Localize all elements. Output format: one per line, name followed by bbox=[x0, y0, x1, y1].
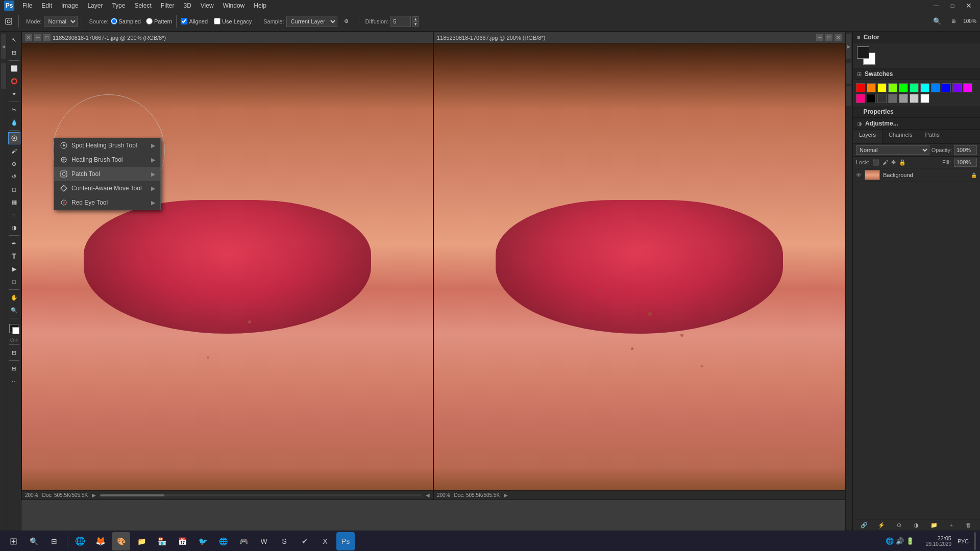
swatch-lightgray[interactable] bbox=[910, 94, 919, 103]
minimize-btn[interactable]: ─ bbox=[929, 0, 943, 13]
taskbar-language[interactable]: РУС bbox=[958, 538, 969, 544]
zoom-btn[interactable]: 100% bbox=[963, 14, 977, 29]
right-strip-btn[interactable]: ▶ bbox=[846, 34, 851, 59]
swatch-orange[interactable] bbox=[867, 83, 876, 92]
menu-window[interactable]: Window bbox=[219, 1, 249, 10]
delete-layer-btn[interactable]: 🗑 bbox=[961, 520, 977, 530]
opacity-input[interactable] bbox=[954, 145, 977, 155]
taskbar-ps[interactable]: Ps bbox=[336, 532, 355, 550]
source-sampled-label[interactable]: Sampled bbox=[111, 18, 141, 24]
taskbar-ie[interactable]: 🌐 bbox=[71, 532, 89, 550]
taskbar-app5[interactable]: 🏪 bbox=[153, 532, 171, 550]
taskbar-excel[interactable]: X bbox=[316, 532, 334, 550]
canvas-nav-right2[interactable]: ▶ bbox=[504, 492, 508, 498]
eraser-tool[interactable]: ◻ bbox=[8, 183, 20, 195]
taskbar-skype[interactable]: S bbox=[275, 532, 293, 550]
menu-3d[interactable]: 3D bbox=[179, 1, 195, 10]
volume-icon[interactable]: 🔊 bbox=[896, 537, 904, 545]
gradient-tool[interactable]: ▦ bbox=[8, 196, 20, 208]
swatch-purple[interactable] bbox=[952, 83, 962, 92]
quick-mask-btn[interactable]: ⊟ bbox=[8, 346, 20, 359]
screen-mode-btn[interactable]: ⊞ bbox=[8, 362, 20, 374]
left-strip-btn2[interactable] bbox=[1, 63, 6, 89]
task-view-btn[interactable]: ⊟ bbox=[45, 532, 63, 550]
diffusion-up[interactable]: ▲ bbox=[412, 16, 419, 21]
clone-stamp-tool[interactable]: ⊕ bbox=[8, 158, 20, 170]
swatch-green[interactable] bbox=[899, 83, 908, 92]
aligned-label[interactable]: Aligned bbox=[181, 18, 208, 24]
ps-logo[interactable]: Ps bbox=[4, 1, 14, 11]
magic-wand-tool[interactable]: ✦ bbox=[8, 88, 20, 100]
new-group-btn[interactable]: 📁 bbox=[926, 520, 942, 530]
mode-select[interactable]: Normal bbox=[44, 16, 78, 27]
path-select-tool[interactable]: ▶ bbox=[8, 263, 20, 275]
close-left-canvas[interactable]: ✕ bbox=[25, 34, 32, 41]
zoom-tool[interactable]: 🔍 bbox=[8, 304, 20, 316]
brush-tool[interactable]: 🖌 bbox=[8, 145, 20, 157]
move-tool[interactable]: ↖ bbox=[8, 34, 20, 46]
aligned-checkbox[interactable] bbox=[181, 18, 187, 24]
layer-visibility-icon[interactable]: 👁 bbox=[856, 172, 862, 178]
tab-paths[interactable]: Paths bbox=[919, 130, 946, 143]
taskbar-app12[interactable]: ✔ bbox=[296, 532, 314, 550]
arrange-btn[interactable]: ⊞ bbox=[946, 14, 961, 29]
swatch-black[interactable] bbox=[867, 94, 876, 103]
use-legacy-label[interactable]: Use Legacy bbox=[214, 18, 252, 24]
diffusion-input[interactable] bbox=[390, 16, 411, 27]
swatch-lime[interactable] bbox=[888, 83, 897, 92]
eyedropper-tool[interactable]: 💧 bbox=[8, 116, 20, 129]
right-strip-btn3[interactable] bbox=[846, 86, 851, 106]
swatch-darkgray[interactable] bbox=[877, 94, 887, 103]
crop-tool[interactable]: ✂ bbox=[8, 104, 20, 116]
ctx-patch-tool[interactable]: Patch Tool ▶ bbox=[54, 167, 160, 181]
ctx-content-aware[interactable]: Content-Aware Move Tool ▶ bbox=[54, 181, 160, 195]
source-pattern-radio[interactable] bbox=[146, 18, 153, 24]
menu-filter[interactable]: Filter bbox=[157, 1, 179, 10]
blur-tool[interactable]: ○ bbox=[8, 209, 20, 221]
type-tool[interactable]: T bbox=[8, 250, 20, 262]
ctx-spot-healing[interactable]: Spot Healing Brush Tool ▶ bbox=[54, 138, 160, 153]
right-strip-btn2[interactable] bbox=[846, 63, 851, 84]
lock-pixels-icon[interactable]: 🖌 bbox=[883, 159, 888, 165]
shape-tool[interactable]: □ bbox=[8, 276, 20, 288]
lock-transparent-icon[interactable]: ⬛ bbox=[872, 159, 879, 166]
extras-btn[interactable]: ⋯ bbox=[8, 375, 20, 387]
link-layers-btn[interactable]: 🔗 bbox=[856, 520, 872, 530]
start-btn[interactable]: ⊞ bbox=[4, 532, 22, 550]
fg-color-swatch[interactable] bbox=[857, 46, 869, 59]
healing-tool[interactable] bbox=[8, 132, 20, 144]
taskbar-firefox[interactable]: 🦊 bbox=[91, 532, 110, 550]
taskbar-app3[interactable]: 🎨 bbox=[112, 532, 130, 550]
close-right-canvas[interactable]: ✕ bbox=[835, 34, 842, 41]
left-strip-btn[interactable]: ◀ bbox=[1, 34, 6, 59]
menu-image[interactable]: Image bbox=[57, 1, 82, 10]
taskbar-chrome[interactable]: 🌐 bbox=[214, 532, 232, 550]
dodge-tool[interactable]: ◑ bbox=[8, 221, 20, 234]
background-color[interactable] bbox=[12, 327, 19, 334]
source-sampled-radio[interactable] bbox=[111, 18, 117, 24]
lasso-tool[interactable]: ⭕ bbox=[8, 75, 20, 87]
use-legacy-checkbox[interactable] bbox=[214, 18, 220, 24]
search-btn[interactable]: 🔍 bbox=[930, 14, 944, 29]
taskbar-app7[interactable]: 🐦 bbox=[193, 532, 212, 550]
maximize-right-canvas[interactable]: □ bbox=[825, 34, 832, 41]
swatch-teal[interactable] bbox=[910, 83, 919, 92]
taskbar-word[interactable]: W bbox=[255, 532, 273, 550]
swatch-pink[interactable] bbox=[856, 94, 865, 103]
menu-view[interactable]: View bbox=[197, 1, 218, 10]
fill-input[interactable] bbox=[954, 158, 977, 167]
diffusion-down[interactable]: ▼ bbox=[412, 21, 419, 27]
ctx-healing-brush[interactable]: Healing Brush Tool ▶ bbox=[54, 153, 160, 167]
source-pattern-label[interactable]: Pattern bbox=[146, 18, 172, 24]
swatch-magenta[interactable] bbox=[963, 83, 972, 92]
maximize-btn[interactable]: □ bbox=[945, 0, 960, 13]
tab-layers[interactable]: Layers bbox=[853, 130, 883, 143]
layer-item-background[interactable]: 👁 Background 🔒 bbox=[853, 168, 980, 182]
swatch-yellow[interactable] bbox=[877, 83, 887, 92]
swatch-red[interactable] bbox=[856, 83, 865, 92]
minimize-right-canvas[interactable]: ─ bbox=[816, 34, 823, 41]
swatch-white[interactable] bbox=[920, 94, 929, 103]
add-style-btn[interactable]: ⚡ bbox=[873, 520, 890, 530]
lock-all-icon[interactable]: 🔒 bbox=[899, 159, 906, 166]
add-mask-btn[interactable]: ⊙ bbox=[891, 520, 907, 530]
